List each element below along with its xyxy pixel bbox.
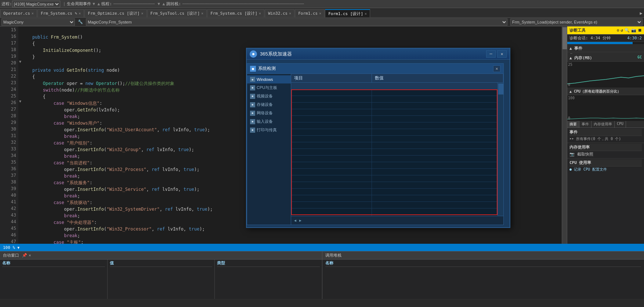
diag-toolbar: ⚙ ↺ 🔍 📷 ⏹ — [617, 28, 642, 33]
right-panel: 诊断工具 ⚙ ↺ 🔍 📷 ⏹ 诊断会话: 4:34 分钟 4:30:2 ▲ 事件… — [567, 26, 644, 244]
top-toolbar: 进程: [4108] MagicCony.exe | 生命周期事件 ▼ ▲ 线程… — [0, 0, 644, 8]
tab-frm-system[interactable]: Frm_System.cs ✎ × — [37, 9, 84, 17]
auto-window-title: 自动窗口 — [3, 253, 19, 258]
call-stack-title: 调用堆栈 — [325, 253, 341, 258]
mem-max: 25 — [568, 63, 572, 67]
sep4: ▼ ▲ — [158, 1, 165, 6]
mem-usage-label: 内存使用率 — [569, 144, 642, 151]
addr-bar: MagicCony 🔧 MagicCony.Frm_System Frm_Sys… — [0, 18, 644, 26]
tab-form1[interactable]: Form1.cs × — [295, 9, 325, 17]
code-editor[interactable]: 1516171819 2021222324 2526272829 3031323… — [0, 26, 567, 244]
addr-sep: 🔧 — [76, 19, 84, 24]
lifecycle-label: 生命周期事件 — [67, 1, 91, 7]
process-select[interactable]: [4108] MagicCony.exe — [12, 1, 60, 7]
events-label: 事件 — [569, 129, 642, 136]
mem-chart: 25 0 — [567, 62, 644, 88]
tab-frm-system-design[interactable]: Frm_System.cs [设计] × — [207, 9, 264, 17]
trace-label: 跳转栈: — [166, 1, 181, 7]
svg-rect-0 — [567, 62, 644, 88]
tab-operator[interactable]: Operator.cs × — [0, 9, 37, 17]
call-stack-name-header: 名称 — [325, 260, 641, 267]
process-label: 进程: — [1, 1, 12, 7]
collapse-marker-2[interactable]: ▼ — [19, 99, 21, 103]
auto-col-name-header: 名称 — [2, 260, 105, 267]
auto-col-value: 值 — [108, 260, 215, 299]
auto-col-name: 名称 — [0, 260, 108, 299]
gc-legend: GC — [637, 55, 642, 61]
diag-refresh-icon[interactable]: ↺ — [621, 28, 623, 33]
tab-close-form1[interactable]: × — [319, 11, 321, 15]
mem-section-title: ▲ 内存(MB) GC — [567, 54, 644, 62]
tab-close-frm-optimize[interactable]: × — [141, 11, 143, 15]
call-stack-columns: 名称 — [322, 260, 644, 268]
status-bar: 100 % ▼ — [0, 244, 644, 251]
tab-bar: Operator.cs × Frm_System.cs ✎ × Frm_Opti… — [0, 8, 644, 18]
diag-stop-icon[interactable]: ⏹ — [638, 28, 642, 33]
timeline-fill — [567, 42, 633, 44]
tab-win32[interactable]: Win32.cs × — [265, 9, 294, 17]
timeline-bar — [567, 42, 644, 44]
cpu-usage-section: CPU 使用率 ● 记录 CPU 配置文件 — [567, 158, 644, 173]
bottom-panel: 自动窗口 📌 × 名称 值 类型 调用堆栈 名称 — [0, 251, 644, 299]
scope-select[interactable]: MagicCony — [1, 18, 75, 26]
tab-close-win32[interactable]: × — [289, 11, 291, 15]
auto-col-type: 类型 — [215, 260, 322, 299]
tab-frm-optimize[interactable]: Frm_Optimize.cs [设计] × — [84, 9, 146, 17]
editor-scrollbar[interactable] — [562, 26, 567, 244]
auto-col-value-header: 值 — [110, 260, 213, 267]
sep2: ▼ ▲ — [93, 1, 100, 6]
diag-time: 4:30:2 — [627, 36, 642, 40]
mem-usage-section: 内存使用率 📷 截取快照 — [567, 143, 644, 158]
sep1: | — [63, 1, 66, 6]
diag-zoom-icon[interactable]: 🔍 — [625, 28, 630, 33]
sep5: ────────────────────────────────────────… — [182, 1, 304, 6]
cpu-section-title: ▲ CPU（所有处理器的百分比） — [567, 88, 644, 95]
tab-events[interactable]: 事件 — [579, 121, 591, 128]
thread-label: 线程: — [101, 1, 112, 7]
line-numbers: 1516171819 2021222324 2526272829 3031323… — [0, 26, 18, 244]
method-select[interactable]: Frm_System_Load(object sender, EventArgs… — [510, 18, 643, 26]
diag-settings-icon[interactable]: ⚙ — [617, 28, 619, 33]
main-area: 1516171819 2021222324 2526272829 3031323… — [0, 26, 644, 244]
zoom-dropdown[interactable]: ▼ — [17, 246, 19, 250]
editor-scroll-thumb[interactable] — [562, 27, 567, 49]
events-count: ➤➤ 所有事件(0 个，共 0 个) — [569, 136, 642, 142]
cpu-min: 0 — [568, 116, 570, 120]
tab-scroll-arrow[interactable]: ▶ — [638, 9, 644, 17]
tab-cpu[interactable]: CPU — [615, 121, 626, 128]
mem-min: 0 — [568, 83, 570, 87]
auto-col-type-header: 类型 — [217, 260, 320, 267]
sep3: ───────────────── — [113, 1, 155, 6]
auto-window-panel: 自动窗口 📌 × 名称 值 类型 — [0, 251, 322, 299]
diag-camera-icon[interactable]: 📷 — [631, 28, 636, 33]
zoom-level: 100 % — [3, 245, 15, 250]
tab-close-operator[interactable]: × — [32, 11, 34, 15]
call-stack-titlebar: 调用堆栈 — [322, 251, 644, 260]
mem-chart-svg — [567, 62, 644, 88]
diag-session: 诊断会话: 4:34 分钟 4:30:2 — [567, 35, 644, 42]
tab-form1-design[interactable]: Form1.cs [设计] × — [325, 9, 370, 17]
collapse-marker-1[interactable]: ▼ — [19, 60, 21, 64]
tab-close-form1-design[interactable]: × — [365, 12, 367, 16]
cpu-usage-label: CPU 使用率 — [569, 159, 642, 167]
tab-close-frm-system[interactable]: × — [79, 11, 81, 15]
diag-title: 诊断工具 ⚙ ↺ 🔍 📷 ⏹ — [567, 26, 644, 35]
tab-mem-usage[interactable]: 内存使用率 — [591, 121, 615, 128]
cpu-record-btn[interactable]: ● 记录 CPU 配置文件 — [569, 167, 642, 172]
events-summary-title: 事件 ➤➤ 所有事件(0 个，共 0 个) — [567, 128, 644, 143]
class-select[interactable]: MagicCony.Frm_System — [86, 18, 507, 26]
auto-window-titlebar: 自动窗口 📌 × — [0, 251, 322, 260]
tab-close-frm-systool[interactable]: × — [201, 11, 203, 15]
cpu-max: 100 — [568, 96, 575, 100]
svg-rect-1 — [567, 95, 644, 121]
summary-tabs: 摘要 事件 内存使用率 CPU — [567, 121, 644, 128]
call-stack-panel: 调用堆栈 名称 — [322, 251, 644, 299]
tab-frm-systool[interactable]: Frm_SysTool.cs [设计] × — [147, 9, 207, 17]
mem-snapshot-btn[interactable]: 📷 截取快照 — [569, 151, 642, 157]
tab-summary[interactable]: 摘要 — [567, 121, 579, 128]
auto-window-close[interactable]: × — [29, 253, 31, 258]
events-section-title: ▲ 事件 — [567, 44, 644, 52]
tab-close-frm-system-design[interactable]: × — [259, 11, 261, 15]
code-content: public Frm_System() { InitializeComponen… — [20, 26, 567, 244]
pin-icon[interactable]: 📌 — [22, 253, 27, 258]
